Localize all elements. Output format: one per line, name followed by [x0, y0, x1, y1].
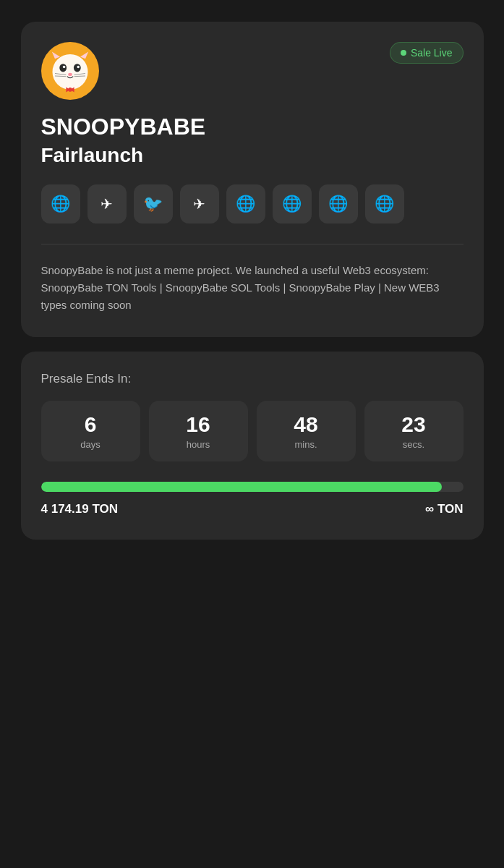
- countdown-hours-label: hours: [187, 439, 210, 450]
- social-globe-2[interactable]: 🌐: [226, 184, 265, 224]
- presale-title: Presale Ends In:: [41, 372, 464, 386]
- project-description: SnoopyBabe is not just a meme project. W…: [41, 262, 464, 314]
- countdown-days: 6 days: [41, 401, 140, 461]
- countdown-secs: 23 secs.: [364, 401, 464, 461]
- social-globe-1[interactable]: 🌐: [41, 184, 80, 224]
- social-icons-grid: 🌐 ✈ 🐦 ✈ 🌐 🌐 🌐 🌐: [41, 184, 464, 224]
- divider: [41, 244, 464, 244]
- svg-point-9: [77, 66, 80, 69]
- progress-goal: ∞ TON: [425, 502, 463, 516]
- countdown-mins: 48 mins.: [257, 401, 356, 461]
- main-card: Sale Live SNOOPYBABE Fairlaunch 🌐 ✈ 🐦 ✈ …: [21, 22, 484, 337]
- countdown-secs-label: secs.: [403, 439, 424, 450]
- svg-point-17: [68, 88, 72, 92]
- card-header: Sale Live: [41, 42, 464, 100]
- sale-live-badge: Sale Live: [390, 42, 464, 64]
- presale-card: Presale Ends In: 6 days 16 hours 48 mins…: [21, 352, 484, 540]
- social-telegram[interactable]: ✈: [180, 184, 219, 224]
- svg-point-5: [52, 54, 87, 90]
- countdown-secs-value: 23: [401, 412, 425, 436]
- progress-labels: 4 174.19 TON ∞ TON: [41, 502, 464, 516]
- progress-bar-container: [41, 482, 464, 492]
- svg-point-6: [59, 64, 67, 72]
- svg-point-10: [68, 73, 72, 76]
- countdown-hours: 16 hours: [149, 401, 248, 461]
- progress-raised: 4 174.19 TON: [41, 502, 118, 516]
- project-name: SNOOPYBABE: [41, 114, 464, 140]
- svg-point-8: [62, 66, 65, 69]
- sale-live-dot: [401, 50, 406, 56]
- project-type: Fairlaunch: [41, 144, 464, 167]
- social-twitter[interactable]: 🐦: [134, 184, 173, 224]
- social-send-1[interactable]: ✈: [87, 184, 127, 224]
- social-globe-3[interactable]: 🌐: [273, 184, 312, 224]
- countdown-mins-value: 48: [294, 412, 317, 436]
- sale-live-label: Sale Live: [411, 47, 453, 59]
- social-globe-4[interactable]: 🌐: [319, 184, 358, 224]
- countdown-hours-value: 16: [186, 412, 210, 436]
- countdown-row: 6 days 16 hours 48 mins. 23 secs.: [41, 401, 464, 461]
- progress-bar-fill: [41, 482, 443, 492]
- social-globe-5[interactable]: 🌐: [365, 184, 404, 224]
- countdown-days-value: 6: [85, 412, 97, 436]
- countdown-mins-label: mins.: [294, 439, 317, 450]
- project-logo: [41, 42, 99, 100]
- svg-point-7: [73, 64, 80, 72]
- countdown-days-label: days: [80, 439, 100, 450]
